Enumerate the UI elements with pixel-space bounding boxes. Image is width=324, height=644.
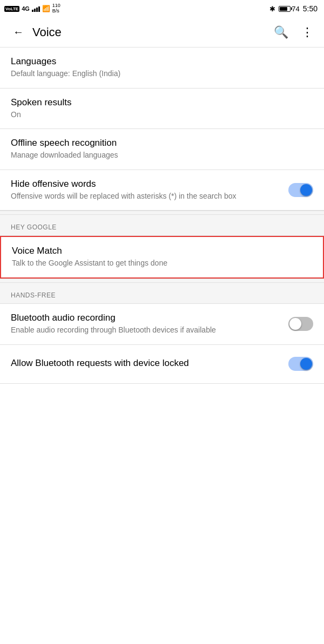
status-bar: VoLTE 4G 📶 110B/s ✱ 74 5:50 [0, 0, 324, 17]
section-divider-hands-free [0, 279, 324, 283]
settings-item-bluetooth-audio[interactable]: Bluetooth audio recording Enable audio r… [0, 304, 324, 345]
offline-speech-title: Offline speech recognition [11, 138, 313, 148]
more-options-button[interactable]: ⋮ [299, 23, 315, 42]
languages-content: Languages Default language: English (Ind… [11, 56, 313, 79]
languages-subtitle: Default language: English (India) [11, 69, 313, 79]
offensive-words-toggle[interactable] [288, 183, 313, 197]
wifi-icon: 📶 [42, 5, 50, 12]
voice-match-content: Voice Match Talk to the Google Assistant… [12, 246, 312, 269]
network-type: 4G [22, 5, 30, 12]
bluetooth-audio-toggle[interactable] [288, 317, 313, 331]
spoken-results-title: Spoken results [11, 97, 313, 108]
voice-match-title: Voice Match [12, 246, 312, 256]
time: 5:50 [303, 4, 318, 13]
toggle-thumb [300, 184, 312, 196]
toggle-thumb-locked [300, 358, 312, 370]
section-header-hey-google: HEY GOOGLE [0, 215, 324, 236]
status-right: ✱ 74 5:50 [269, 4, 318, 13]
settings-list: Languages Default language: English (Ind… [0, 48, 324, 384]
bluetooth-icon: ✱ [269, 5, 275, 13]
offline-speech-subtitle: Manage downloaded languages [11, 150, 313, 161]
offensive-words-title: Hide offensive words [11, 179, 288, 189]
battery-fill [280, 7, 287, 11]
page-title: Voice [32, 25, 272, 39]
bluetooth-locked-content: Allow Bluetooth requests with device loc… [11, 358, 288, 370]
battery-container: 74 [279, 5, 299, 13]
section-header-hands-free: HANDS-FREE [0, 283, 324, 304]
settings-item-spoken-results[interactable]: Spoken results On [0, 89, 324, 130]
offensive-words-content: Hide offensive words Offensive words wil… [11, 179, 288, 202]
settings-item-languages[interactable]: Languages Default language: English (Ind… [0, 48, 324, 89]
offline-speech-content: Offline speech recognition Manage downlo… [11, 138, 313, 161]
settings-item-offline-speech[interactable]: Offline speech recognition Manage downlo… [0, 129, 324, 170]
languages-title: Languages [11, 56, 313, 67]
back-button[interactable]: ← [9, 22, 28, 43]
app-bar: ← Voice 🔍 ⋮ [0, 17, 324, 48]
signal-bars [32, 5, 40, 12]
spoken-results-subtitle: On [11, 110, 313, 120]
section-divider-hey-google [0, 211, 324, 215]
status-left: VoLTE 4G 📶 110B/s [4, 3, 60, 14]
voice-match-subtitle: Talk to the Google Assistant to get thin… [12, 258, 312, 269]
speed-text: 110B/s [52, 3, 60, 14]
bluetooth-locked-title: Allow Bluetooth requests with device loc… [11, 358, 288, 369]
bluetooth-locked-toggle[interactable] [288, 357, 313, 371]
settings-item-bluetooth-locked[interactable]: Allow Bluetooth requests with device loc… [0, 345, 324, 384]
settings-item-voice-match[interactable]: Voice Match Talk to the Google Assistant… [0, 236, 324, 279]
spoken-results-content: Spoken results On [11, 97, 313, 120]
bluetooth-audio-content: Bluetooth audio recording Enable audio r… [11, 313, 288, 336]
battery-icon [279, 6, 291, 12]
volte-badge: VoLTE [4, 6, 19, 12]
app-bar-actions: 🔍 ⋮ [272, 23, 315, 42]
offensive-words-subtitle: Offensive words will be replaced with as… [11, 191, 288, 202]
settings-item-offensive-words[interactable]: Hide offensive words Offensive words wil… [0, 170, 324, 211]
battery-percent: 74 [292, 5, 299, 13]
bluetooth-audio-title: Bluetooth audio recording [11, 313, 288, 323]
bluetooth-audio-subtitle: Enable audio recording through Bluetooth… [11, 325, 288, 336]
search-button[interactable]: 🔍 [272, 23, 291, 42]
